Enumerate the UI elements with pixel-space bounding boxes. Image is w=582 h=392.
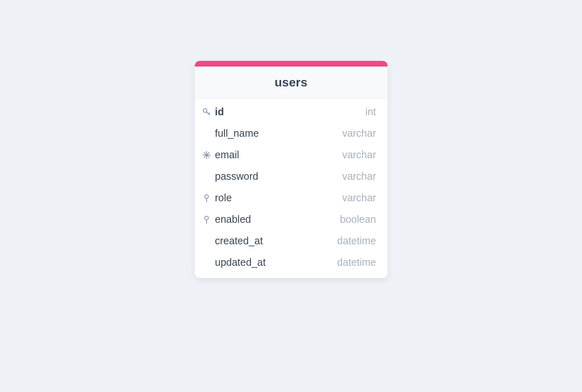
- pin-icon: [202, 215, 215, 224]
- column-type: boolean: [340, 213, 376, 225]
- column-row: full_name varchar: [195, 123, 388, 144]
- svg-line-2: [208, 112, 209, 114]
- column-name: created_at: [215, 235, 337, 247]
- column-type: varchar: [342, 149, 376, 161]
- key-icon: [202, 108, 215, 116]
- accent-bar: [195, 61, 388, 67]
- column-name: full_name: [215, 127, 343, 139]
- svg-point-9: [205, 216, 208, 220]
- column-type: varchar: [342, 127, 376, 139]
- column-type: datetime: [337, 256, 376, 268]
- pin-icon: [202, 194, 215, 202]
- column-row: password varchar: [195, 166, 388, 187]
- column-row: enabled boolean: [195, 209, 388, 230]
- table-name: users: [195, 75, 388, 89]
- table-columns: id int full_name varchar email varchar p…: [195, 99, 388, 278]
- column-row: id int: [195, 101, 388, 123]
- column-name: password: [215, 170, 343, 182]
- column-type: varchar: [342, 170, 376, 182]
- snowflake-icon: [202, 151, 215, 159]
- db-table-card: users id int full_name varchar: [195, 61, 388, 278]
- column-name: enabled: [215, 213, 340, 225]
- column-row: created_at datetime: [195, 230, 388, 252]
- column-type: datetime: [337, 235, 376, 247]
- column-type: int: [365, 106, 376, 118]
- column-name: email: [215, 149, 343, 161]
- column-type: varchar: [342, 192, 376, 204]
- column-name: id: [215, 106, 366, 118]
- column-name: updated_at: [215, 256, 337, 268]
- column-row: updated_at datetime: [195, 252, 388, 273]
- svg-point-7: [205, 194, 208, 198]
- column-row: role varchar: [195, 187, 388, 209]
- column-name: role: [215, 192, 343, 204]
- table-header: users: [195, 67, 388, 99]
- column-row: email varchar: [195, 144, 388, 166]
